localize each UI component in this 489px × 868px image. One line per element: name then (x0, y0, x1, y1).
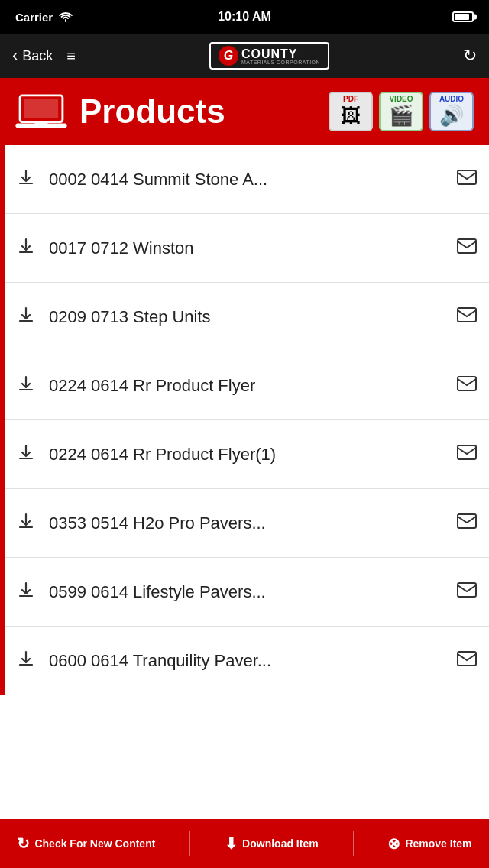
status-bar-right (452, 11, 474, 22)
back-button[interactable]: ‹ Back ≡ (12, 46, 76, 66)
remove-item-button[interactable]: ⊗ Remove Item (387, 834, 471, 853)
video-badge[interactable]: VIDEO 🎬 (379, 92, 423, 131)
item-label: 0209 0713 Step Units (49, 307, 457, 327)
download-item-icon (17, 581, 35, 604)
download-item-icon (17, 512, 35, 535)
svg-rect-6 (458, 308, 476, 322)
battery-icon (452, 11, 474, 22)
pdf-icon: 🖼 (341, 104, 361, 128)
remove-item-label: Remove Item (405, 837, 471, 850)
header-left: Products (15, 92, 225, 131)
list-item[interactable]: 0017 0712 Winston (5, 214, 489, 283)
svg-rect-11 (458, 652, 476, 666)
audio-icon: 🔊 (439, 104, 464, 128)
download-item-icon (17, 649, 35, 672)
laptop-icon (15, 92, 67, 131)
download-icon: ⬇ (225, 834, 238, 853)
check-content-label: Check For New Content (34, 837, 155, 850)
download-item-label: Download Item (242, 837, 319, 850)
video-icon: 🎬 (389, 104, 413, 128)
email-icon[interactable] (457, 651, 477, 671)
audio-label: AUDIO (431, 95, 472, 103)
svg-rect-10 (458, 583, 476, 597)
svg-rect-1 (24, 99, 58, 118)
bottom-toolbar: ↻ Check For New Content ⬇ Download Item … (0, 819, 489, 868)
toolbar-divider-1 (189, 831, 190, 856)
svg-rect-5 (458, 239, 476, 253)
svg-rect-3 (34, 121, 47, 124)
email-icon[interactable] (457, 307, 477, 327)
list-item[interactable]: 0224 0614 Rr Product Flyer(1) (5, 420, 489, 489)
item-label: 0600 0614 Tranquility Paver... (49, 651, 457, 671)
list-item[interactable]: 0599 0614 Lifestyle Pavers... (5, 558, 489, 627)
header-banner: Products PDF 🖼 VIDEO 🎬 AUDIO 🔊 (0, 78, 489, 145)
video-label: VIDEO (381, 95, 422, 103)
logo-sub: MATERIALS CORPORATION (241, 60, 320, 65)
item-label: 0224 0614 Rr Product Flyer(1) (49, 445, 457, 465)
item-label: 0002 0414 Summit Stone A... (49, 170, 457, 189)
check-content-button[interactable]: ↻ Check For New Content (17, 834, 155, 853)
item-label: 0017 0712 Winston (49, 238, 457, 258)
logo-text: COUNTY (241, 47, 298, 60)
svg-rect-9 (458, 514, 476, 528)
list-item[interactable]: 0209 0713 Step Units (5, 283, 489, 351)
menu-icon[interactable]: ≡ (66, 47, 76, 65)
back-arrow-icon: ‹ (12, 46, 18, 66)
nav-logo: G COUNTY MATERIALS CORPORATION (209, 42, 329, 70)
list-item[interactable]: 0353 0514 H2o Pro Pavers... (5, 489, 489, 558)
logo-text-block: COUNTY MATERIALS CORPORATION (241, 47, 320, 65)
status-bar: Carrier 10:10 AM (0, 0, 489, 34)
email-icon[interactable] (457, 238, 477, 258)
list-item[interactable]: 0224 0614 Rr Product Flyer (5, 351, 489, 420)
list-item[interactable]: 0002 0414 Summit Stone A... (5, 145, 489, 214)
remove-icon: ⊗ (387, 834, 400, 853)
nav-bar: ‹ Back ≡ G COUNTY MATERIALS CORPORATION … (0, 34, 489, 78)
status-bar-left: Carrier (15, 11, 73, 24)
download-item-icon (17, 237, 35, 260)
svg-rect-7 (458, 377, 476, 390)
header-title: Products (79, 92, 225, 131)
email-icon[interactable] (457, 376, 477, 396)
audio-badge[interactable]: AUDIO 🔊 (429, 92, 474, 131)
item-label: 0353 0514 H2o Pro Pavers... (49, 513, 457, 533)
item-label: 0599 0614 Lifestyle Pavers... (49, 582, 457, 602)
download-item-icon (17, 443, 35, 466)
email-icon[interactable] (457, 445, 477, 465)
item-label: 0224 0614 Rr Product Flyer (49, 376, 457, 396)
time-display: 10:10 AM (218, 10, 271, 24)
header-media-icons: PDF 🖼 VIDEO 🎬 AUDIO 🔊 (329, 92, 474, 131)
email-icon[interactable] (457, 513, 477, 533)
email-icon[interactable] (457, 170, 477, 189)
list-item[interactable]: 0600 0614 Tranquility Paver... (5, 627, 489, 695)
email-icon[interactable] (457, 582, 477, 602)
download-item-icon (17, 374, 35, 397)
pdf-badge[interactable]: PDF 🖼 (329, 92, 373, 131)
product-list: 0002 0414 Summit Stone A... 0017 0712 Wi… (0, 145, 489, 695)
refresh-button[interactable]: ↻ (463, 46, 477, 66)
wifi-icon (59, 11, 73, 22)
refresh-icon: ↻ (17, 834, 30, 853)
logo-g-icon: G (219, 46, 238, 66)
download-item-button[interactable]: ⬇ Download Item (225, 834, 319, 853)
back-label: Back (22, 48, 53, 64)
svg-rect-8 (458, 445, 476, 459)
download-item-icon (17, 306, 35, 329)
download-item-icon (17, 168, 35, 191)
toolbar-divider-2 (353, 831, 354, 856)
carrier-label: Carrier (15, 11, 53, 24)
pdf-label: PDF (330, 95, 371, 103)
logo-container: G COUNTY MATERIALS CORPORATION (209, 42, 329, 70)
svg-rect-4 (458, 170, 476, 184)
